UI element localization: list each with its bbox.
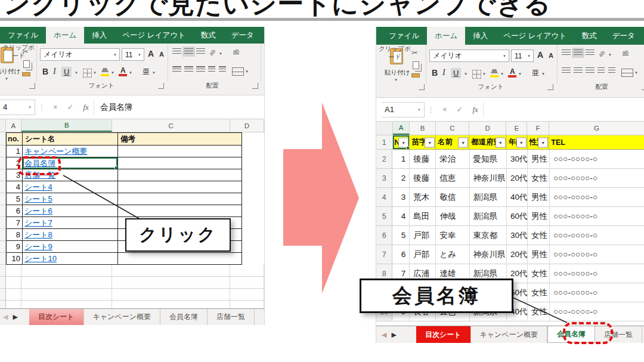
font-name-combobox[interactable]: メイリオ▼: [429, 49, 509, 62]
formula-bar-splitter[interactable]: ⋮: [425, 106, 438, 114]
column-header[interactable]: B: [410, 122, 436, 135]
data-cell[interactable]: 女性: [528, 226, 550, 245]
column-header[interactable]: B: [21, 119, 112, 132]
filter-header-cell[interactable]: 都道府県▼: [469, 135, 506, 150]
underline-dropdown-icon[interactable]: ▼: [75, 71, 78, 75]
insert-function-icon[interactable]: fx: [468, 105, 483, 115]
borders-icon[interactable]: [83, 69, 92, 78]
clipboard-dialog-launcher-icon[interactable]: [29, 83, 35, 89]
data-cell[interactable]: 栄治: [436, 150, 469, 169]
data-cell[interactable]: 後藤: [410, 150, 436, 169]
note-cell[interactable]: [118, 253, 242, 265]
data-cell[interactable]: 新潟県: [470, 188, 507, 207]
fill-color-icon[interactable]: [491, 69, 498, 73]
italic-button[interactable]: I: [442, 68, 445, 78]
font-size-combobox[interactable]: 11▼: [511, 49, 534, 62]
empty-cell[interactable]: [6, 289, 22, 301]
ribbon-tab[interactable]: 校閲: [262, 27, 264, 44]
note-cell[interactable]: [118, 181, 242, 193]
data-cell[interactable]: 愛知県: [470, 150, 507, 169]
column-header[interactable]: C: [112, 119, 230, 132]
data-cell[interactable]: 神奈川県: [470, 245, 507, 264]
data-cell[interactable]: ○○○-○○○○-○: [550, 264, 644, 283]
font-dialog-launcher-icon[interactable]: [547, 84, 553, 90]
sheet-link[interactable]: キャンペーン概要: [23, 146, 118, 157]
merge-center-icon[interactable]: [621, 69, 633, 77]
enter-icon[interactable]: ✓: [452, 105, 468, 114]
empty-cell[interactable]: [112, 289, 230, 301]
paste-dropdown-icon[interactable]: ▼: [394, 78, 398, 82]
data-cell[interactable]: 東京都: [470, 226, 507, 245]
data-cell[interactable]: 女性: [528, 264, 550, 283]
orientation-icon[interactable]: ab: [597, 49, 606, 58]
data-cell[interactable]: ○○○-○○○○-○: [550, 302, 644, 321]
note-cell[interactable]: [118, 193, 242, 205]
no-cell[interactable]: 10: [6, 253, 23, 265]
data-cell[interactable]: ○○○-○○○○-○: [550, 283, 644, 302]
increase-indent-icon[interactable]: [219, 66, 226, 73]
data-cell[interactable]: 男性: [528, 207, 550, 226]
sheet-link[interactable]: シート7: [23, 217, 118, 229]
ribbon-tab[interactable]: ページ レイアウト: [114, 27, 193, 44]
ribbon-tab[interactable]: データ: [224, 27, 262, 44]
formula-bar-splitter[interactable]: ⋮: [35, 103, 48, 112]
align-text-icon[interactable]: [184, 66, 193, 73]
filter-header-cell[interactable]: 苗字▼: [410, 135, 436, 150]
align-text-icon[interactable]: [562, 67, 571, 74]
note-cell[interactable]: [118, 157, 242, 169]
sheet-link[interactable]: シート5: [23, 193, 118, 205]
phonetic-guide-button[interactable]: 亜: [143, 67, 150, 77]
filter-dropdown-button[interactable]: ▼: [538, 137, 548, 147]
ribbon-tab[interactable]: データ: [605, 27, 643, 45]
filter-dropdown-button[interactable]: ▼: [425, 137, 435, 147]
fill-color-icon[interactable]: [101, 68, 109, 72]
data-cell[interactable]: 2: [392, 169, 410, 188]
row-header[interactable]: 2: [376, 150, 392, 169]
data-cell[interactable]: 40代: [507, 188, 528, 207]
filter-dropdown-button[interactable]: ▼: [496, 137, 506, 147]
data-cell[interactable]: 敬信: [436, 188, 469, 207]
column-header[interactable]: A: [6, 119, 22, 132]
empty-cell[interactable]: [112, 277, 230, 289]
ribbon-tab[interactable]: ホーム: [46, 27, 84, 44]
align-text-icon[interactable]: [172, 66, 181, 73]
data-cell[interactable]: 6: [392, 245, 410, 264]
sheet-link[interactable]: シート6: [23, 205, 118, 217]
copy-icon[interactable]: [23, 60, 30, 68]
sheet-tab[interactable]: 目次シート: [29, 309, 84, 325]
clipboard-dialog-launcher-icon[interactable]: [419, 84, 425, 90]
column-header[interactable]: G: [549, 122, 644, 135]
borders-icon[interactable]: [472, 70, 481, 79]
increase-indent-icon[interactable]: [608, 67, 615, 74]
filter-header-cell[interactable]: 名前▼: [436, 135, 469, 150]
table-header-cell[interactable]: シート名: [23, 132, 118, 146]
data-cell[interactable]: 男性: [528, 150, 550, 169]
column-header[interactable]: F: [527, 122, 549, 135]
no-cell[interactable]: 4: [6, 181, 23, 193]
data-cell[interactable]: ○○○-○○○○-○: [550, 245, 644, 264]
data-cell[interactable]: とみ: [436, 245, 469, 264]
merge-dropdown-icon[interactable]: ▼: [634, 71, 638, 75]
data-cell[interactable]: 女性: [528, 302, 550, 321]
column-header[interactable]: D: [230, 119, 264, 132]
underline-button[interactable]: U: [451, 68, 461, 78]
data-cell[interactable]: 神奈川県: [470, 169, 507, 188]
font-dialog-launcher-icon[interactable]: [158, 83, 164, 89]
borders-dropdown-icon[interactable]: ▼: [93, 71, 97, 75]
sheet-tab[interactable]: 目次シート: [416, 326, 471, 343]
filter-header-cell[interactable]: TEL: [549, 135, 644, 150]
font-color-dropdown-icon[interactable]: ▼: [518, 72, 522, 76]
italic-button[interactable]: I: [53, 67, 56, 76]
grow-font-button[interactable]: A: [537, 50, 543, 60]
orientation-dropdown-icon[interactable]: ▼: [219, 52, 222, 55]
shrink-font-button[interactable]: A: [549, 52, 553, 59]
row-header[interactable]: 7: [376, 245, 392, 264]
formula-bar-input[interactable]: [483, 102, 644, 117]
filter-header-cell[interactable]: NO▼: [393, 135, 410, 150]
empty-cell[interactable]: [6, 265, 22, 277]
ribbon-tab[interactable]: 挿入: [84, 27, 114, 44]
select-all-corner[interactable]: [0, 119, 6, 132]
ribbon-tab[interactable]: 数式: [193, 27, 224, 44]
decrease-indent-icon[interactable]: [597, 67, 605, 74]
merge-dropdown-icon[interactable]: ▼: [245, 70, 249, 73]
